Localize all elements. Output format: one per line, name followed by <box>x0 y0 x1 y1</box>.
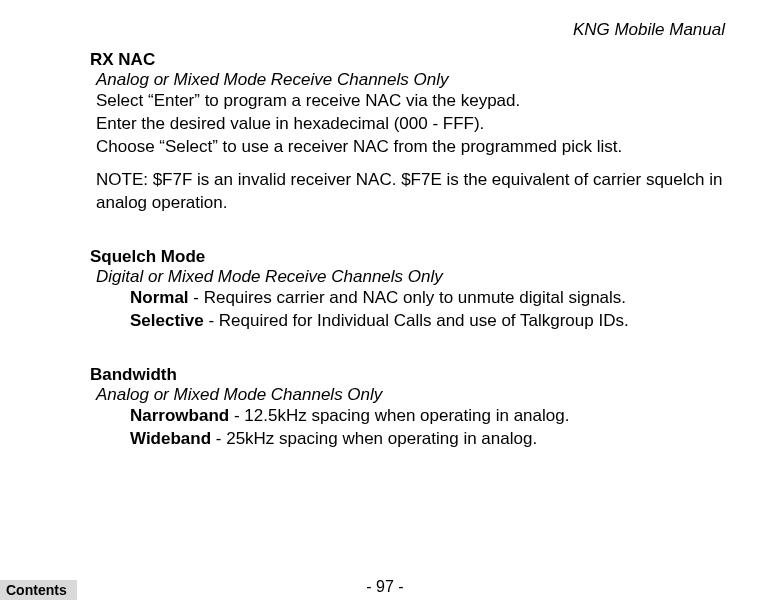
bandwidth-narrowband-name: Narrowband <box>130 406 229 425</box>
page-content: KNG Mobile Manual RX NAC Analog or Mixed… <box>0 0 770 450</box>
rx-nac-subtitle: Analog or Mixed Mode Receive Channels On… <box>96 70 730 90</box>
squelch-heading: Squelch Mode <box>90 247 730 267</box>
squelch-selective-name: Selective <box>130 311 204 330</box>
bandwidth-narrowband-option: Narrowband - 12.5kHz spacing when operat… <box>130 405 730 428</box>
section-bandwidth: Bandwidth Analog or Mixed Mode Channels … <box>90 365 730 451</box>
bandwidth-wideband-option: Wideband - 25kHz spacing when operating … <box>130 428 730 451</box>
section-squelch-mode: Squelch Mode Digital or Mixed Mode Recei… <box>90 247 730 333</box>
page-number: - 97 - <box>0 578 770 596</box>
rx-nac-heading: RX NAC <box>90 50 730 70</box>
manual-title: KNG Mobile Manual <box>90 20 730 40</box>
contents-link[interactable]: Contents <box>0 580 77 600</box>
section-rx-nac: RX NAC Analog or Mixed Mode Receive Chan… <box>90 50 730 215</box>
squelch-normal-name: Normal <box>130 288 189 307</box>
squelch-normal-option: Normal - Requires carrier and NAC only t… <box>130 287 730 310</box>
squelch-selective-option: Selective - Required for Individual Call… <box>130 310 730 333</box>
bandwidth-heading: Bandwidth <box>90 365 730 385</box>
squelch-normal-desc: - Requires carrier and NAC only to unmut… <box>189 288 626 307</box>
bandwidth-narrowband-desc: - 12.5kHz spacing when operating in anal… <box>229 406 569 425</box>
bandwidth-subtitle: Analog or Mixed Mode Channels Only <box>96 385 730 405</box>
rx-nac-line3: Choose “Select” to use a receiver NAC fr… <box>96 136 730 159</box>
squelch-selective-desc: - Required for Individual Calls and use … <box>204 311 629 330</box>
rx-nac-line2: Enter the desired value in hexadecimal (… <box>96 113 730 136</box>
rx-nac-line1: Select “Enter” to program a receive NAC … <box>96 90 730 113</box>
rx-nac-note: NOTE: $F7F is an invalid receiver NAC. $… <box>96 169 730 215</box>
bandwidth-wideband-desc: - 25kHz spacing when operating in analog… <box>211 429 537 448</box>
bandwidth-wideband-name: Wideband <box>130 429 211 448</box>
squelch-subtitle: Digital or Mixed Mode Receive Channels O… <box>96 267 730 287</box>
